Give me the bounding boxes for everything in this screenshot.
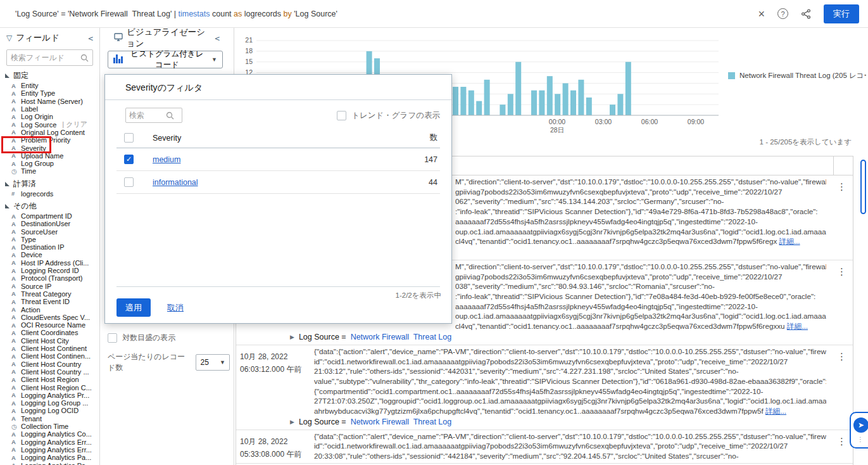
histogram-bar[interactable] [484,80,490,115]
expand-triangle-icon[interactable]: ▶ [290,334,294,340]
log-scale-checkbox[interactable] [108,333,117,343]
assistant-widget[interactable]: ➤ ⋮ [850,412,868,449]
histogram-bar[interactable] [586,98,592,115]
field-item-logging-analytics-err-[interactable]: ALogging Analytics Err... [0,446,99,454]
histogram-bar[interactable] [563,83,569,115]
field-section-header[interactable]: 固定 [0,67,99,82]
apply-button[interactable]: 適用 [116,298,151,317]
field-item-client-host-country-[interactable]: AClient Host Country ... [0,368,99,376]
field-item-compartment-id[interactable]: ACompartment ID [0,212,99,220]
run-button[interactable]: 実行 [824,4,859,23]
viz-type-dropdown[interactable]: ヒストグラム付きレコード ▼ [108,51,223,68]
share-icon[interactable] [801,9,811,19]
log-source-link[interactable]: Network Firewall Threat Log [351,333,452,341]
field-item-cloudevents-spec-v-[interactable]: ACloudEvents Spec V... [0,314,99,321]
field-item-client-host-city[interactable]: AClient Host City [0,337,99,345]
select-all-checkbox[interactable] [124,133,134,143]
field-item-collection-time[interactable]: ◷Collection Time [0,423,99,430]
field-item-logging-analytics-co-[interactable]: ALogging Analytics Co... [0,430,99,438]
field-item-log-group[interactable]: ALog Group [0,160,99,167]
collapse-viz-icon[interactable]: < [215,34,220,43]
field-item-action[interactable]: AAction [0,305,99,313]
histogram-bar[interactable] [508,94,513,115]
field-item-logging-log-group-[interactable]: ALogging Log Group ... [0,399,99,407]
field-item-tenant[interactable]: ATenant [0,415,99,423]
dialog-search-input[interactable] [129,111,166,120]
field-item-log-source[interactable]: ALog Source | クリア [0,120,99,128]
field-item-oci-resource-name[interactable]: AOCI Resource Name [0,321,99,329]
field-item-original-log-content[interactable]: AOriginal Log Content [0,129,99,136]
field-item-source-ip[interactable]: ASource IP [0,283,99,290]
field-item-device[interactable]: ADevice [0,251,99,258]
detail-link[interactable]: 詳細... [765,407,786,415]
expand-triangle-icon[interactable]: ▶ [290,419,294,425]
field-item-label[interactable]: ALabel [0,105,99,113]
cancel-button[interactable]: 取消 [167,302,184,314]
histogram-bar[interactable] [531,91,537,115]
row-menu-kebab-icon[interactable]: ⋮ [837,352,846,361]
value-checkbox-informational[interactable] [124,177,134,187]
field-section-header[interactable]: 計算済 [0,175,99,190]
detail-link[interactable]: 詳細... [787,322,808,330]
field-item-host-name-server-[interactable]: AHost Name (Server) [0,98,99,105]
field-item-logging-analytics-pa-[interactable]: ALogging Analytics Pa... [0,454,99,461]
detail-link[interactable]: 詳細... [779,237,800,245]
value-link-informational[interactable]: informational [153,178,198,187]
fields-search-input[interactable] [11,53,80,62]
field-item-sourceuser[interactable]: ASourceUser [0,227,99,235]
field-item-client-host-continen-[interactable]: AClient Host Continen... [0,352,99,360]
log-source-link[interactable]: Network Firewall Threat Log [351,417,452,426]
field-item-client-host-continent[interactable]: AClient Host Continent [0,345,99,352]
field-item-time[interactable]: ◷Time [0,167,99,175]
field-item-problem-priority[interactable]: AProblem Priority [0,136,99,144]
field-item-client-coordinates[interactable]: AClient Coordinates [0,329,99,336]
close-icon[interactable]: × [758,8,765,20]
value-link-medium[interactable]: medium [153,155,180,164]
histogram-bar[interactable] [515,62,521,115]
histogram-bar[interactable] [626,62,631,115]
field-item-logging-analytics-pa-[interactable]: ALogging Analytics Pa... [0,461,99,465]
trend-graph-option[interactable]: トレンド・グラフの表示 [337,110,440,121]
field-item-client-host-region-c-[interactable]: AClient Host Region C... [0,383,99,391]
field-item-upload-name[interactable]: AUpload Name [0,152,99,160]
histogram-bar[interactable] [570,91,576,115]
histogram-bar[interactable] [555,94,560,115]
histogram-bar[interactable] [469,91,474,115]
field-item-threat-category[interactable]: AThreat Category [0,290,99,298]
field-item-entity-type[interactable]: AEntity Type [0,89,99,97]
field-item-client-host-region[interactable]: AClient Host Region [0,376,99,383]
per-page-select[interactable]: 25 ▼ [196,354,230,371]
histogram-bar[interactable] [476,101,482,115]
value-checkbox-medium[interactable]: ✓ [124,155,134,164]
row-menu-kebab-icon[interactable]: ⋮ [837,267,846,276]
histogram-bar[interactable] [578,80,584,115]
field-item-type[interactable]: AType [0,236,99,243]
histogram-bar[interactable] [500,105,505,115]
field-item-threat-event-id[interactable]: AThreat Event ID [0,298,99,305]
log-scale-option[interactable]: 対数目盛の表示 [108,333,230,343]
help-icon[interactable]: ? [777,8,788,19]
histogram-bar[interactable] [453,87,458,115]
histogram-bar[interactable] [610,105,615,115]
field-item-logging-log-ocid[interactable]: ALogging Log OCID [0,407,99,414]
field-item-severity[interactable]: ASeverity [0,144,99,151]
field-item-logging-record-id[interactable]: ALogging Record ID [0,267,99,274]
row-menu-kebab-icon[interactable]: ⋮ [837,182,846,191]
query-input[interactable]: 'Log Source' = 'Network Firewall Threat … [15,10,758,18]
field-item-host-ip-address-cli-[interactable]: AHost IP Address (Cli... [0,259,99,267]
clear-filter-link[interactable]: | クリア [60,120,87,129]
histogram-bar[interactable] [460,87,466,115]
field-item-entity[interactable]: AEntity [0,82,99,89]
field-item-protocol-transport-[interactable]: AProtocol (Transport) [0,274,99,282]
histogram-bar[interactable] [547,76,553,115]
trend-graph-checkbox[interactable] [337,111,346,120]
collapse-fields-icon[interactable]: < [88,34,93,43]
field-item-destinationuser[interactable]: ADestinationUser [0,220,99,227]
histogram-bar[interactable] [617,94,623,115]
field-item-logrecords[interactable]: #logrecords [0,190,99,198]
field-item-logging-analytics-err-[interactable]: ALogging Analytics Err... [0,438,99,445]
field-section-header[interactable]: その他 [0,198,99,212]
row-menu-kebab-icon[interactable]: ⋮ [837,436,846,446]
histogram-bar[interactable] [539,91,544,115]
field-item-logging-analytics-pr-[interactable]: ALogging Analytics Pr... [0,392,99,399]
